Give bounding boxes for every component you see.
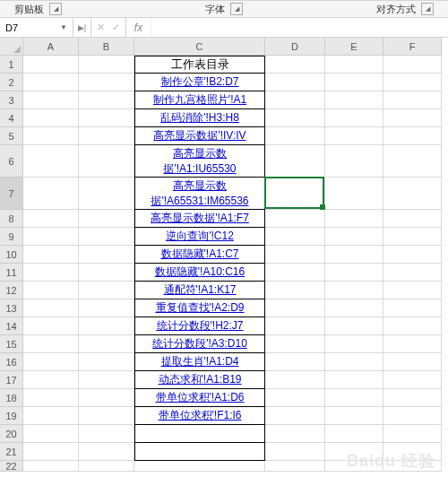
hyperlink-cell[interactable]: 高亮显示数据'!A1:IU65530: [134, 145, 265, 178]
cell[interactable]: [383, 228, 442, 246]
cell[interactable]: [265, 282, 325, 299]
cell[interactable]: [23, 228, 79, 246]
cell[interactable]: [383, 425, 442, 443]
cell[interactable]: [265, 389, 325, 407]
column-header-B[interactable]: B: [79, 38, 134, 56]
cell[interactable]: [325, 56, 383, 74]
row-header[interactable]: 18: [0, 389, 23, 407]
cell[interactable]: [79, 74, 134, 91]
cell[interactable]: [383, 178, 442, 210]
cell[interactable]: [325, 407, 383, 425]
cell[interactable]: [325, 91, 383, 109]
row-header[interactable]: 4: [0, 109, 23, 127]
hyperlink-cell[interactable]: 重复值查找'!A2:D9: [134, 299, 265, 317]
cell[interactable]: [325, 145, 383, 178]
row-header[interactable]: 3: [0, 91, 23, 109]
cell[interactable]: [383, 145, 442, 178]
cell[interactable]: [325, 178, 383, 210]
cell[interactable]: [265, 299, 325, 317]
cell[interactable]: [383, 74, 442, 91]
row-header[interactable]: 13: [0, 299, 23, 317]
column-header-F[interactable]: F: [383, 38, 442, 56]
cell[interactable]: [383, 389, 442, 407]
column-header-D[interactable]: D: [265, 38, 325, 56]
hyperlink-cell[interactable]: 统计分数段'!A3:D10: [134, 335, 265, 353]
cell[interactable]: [79, 425, 134, 443]
cell[interactable]: [325, 109, 383, 127]
cell[interactable]: [23, 299, 79, 317]
row-header[interactable]: 15: [0, 335, 23, 353]
select-all-corner[interactable]: [0, 38, 23, 56]
cell[interactable]: [79, 210, 134, 228]
name-box[interactable]: D7 ▼: [0, 18, 73, 37]
cell[interactable]: [79, 228, 134, 246]
cell[interactable]: [265, 425, 325, 443]
hyperlink-cell[interactable]: 高亮显示数据'!A1:F7: [134, 210, 265, 228]
cell[interactable]: [79, 335, 134, 353]
cell[interactable]: [325, 264, 383, 282]
hyperlink-cell[interactable]: 制作九宫格照片'!A1: [134, 91, 265, 109]
cell[interactable]: [265, 353, 325, 371]
hyperlink-cell[interactable]: 统计分数段'!H2:J7: [134, 317, 265, 335]
column-header-C[interactable]: C: [134, 38, 265, 56]
cell[interactable]: [79, 371, 134, 389]
cell[interactable]: [383, 109, 442, 127]
cell[interactable]: [383, 461, 442, 472]
cell[interactable]: [325, 371, 383, 389]
cell[interactable]: [79, 282, 134, 299]
cell[interactable]: [23, 371, 79, 389]
cell[interactable]: [325, 127, 383, 145]
cell[interactable]: [325, 210, 383, 228]
cell[interactable]: [134, 443, 265, 461]
cell[interactable]: [325, 461, 383, 472]
cancel-icon[interactable]: ✕: [97, 22, 105, 33]
font-launcher-icon[interactable]: [230, 3, 243, 15]
cell[interactable]: [383, 246, 442, 264]
cell[interactable]: [79, 178, 134, 210]
row-header[interactable]: 19: [0, 407, 23, 425]
cell[interactable]: [79, 56, 134, 74]
cell[interactable]: [23, 461, 79, 472]
cell[interactable]: [265, 145, 325, 178]
cell[interactable]: [265, 178, 325, 210]
row-header[interactable]: 11: [0, 264, 23, 282]
cell[interactable]: [265, 335, 325, 353]
cell[interactable]: [265, 443, 325, 461]
hyperlink-cell[interactable]: 乱码消除'!H3:H8: [134, 109, 265, 127]
row-header[interactable]: 1: [0, 56, 23, 74]
cell[interactable]: [134, 461, 265, 472]
cell[interactable]: [79, 91, 134, 109]
cells-area[interactable]: 工作表目录制作公章'!B2:D7制作九宫格照片'!A1乱码消除'!H3:H8高亮…: [23, 56, 442, 472]
cell[interactable]: [383, 127, 442, 145]
cell[interactable]: [383, 371, 442, 389]
cell[interactable]: [79, 264, 134, 282]
hyperlink-cell[interactable]: 提取生肖'!A1:D4: [134, 353, 265, 371]
row-header[interactable]: 7: [0, 178, 23, 210]
cell[interactable]: [265, 371, 325, 389]
cell[interactable]: [23, 91, 79, 109]
cell[interactable]: [23, 56, 79, 74]
cell[interactable]: [79, 389, 134, 407]
cell[interactable]: [79, 145, 134, 178]
cell[interactable]: [325, 282, 383, 299]
cell[interactable]: [325, 299, 383, 317]
cell[interactable]: [383, 317, 442, 335]
cell[interactable]: [79, 246, 134, 264]
cell[interactable]: [325, 425, 383, 443]
row-header[interactable]: 16: [0, 353, 23, 371]
cell[interactable]: [79, 407, 134, 425]
cell[interactable]: [383, 299, 442, 317]
align-launcher-icon[interactable]: [421, 3, 434, 15]
column-header-E[interactable]: E: [325, 38, 383, 56]
cell[interactable]: [325, 74, 383, 91]
cell[interactable]: [265, 210, 325, 228]
column-header-A[interactable]: A: [23, 38, 79, 56]
expand-toggle-icon[interactable]: ▶|: [73, 18, 91, 37]
cell[interactable]: [325, 389, 383, 407]
cell[interactable]: [265, 127, 325, 145]
cell[interactable]: [23, 246, 79, 264]
cell[interactable]: [383, 210, 442, 228]
cell[interactable]: [79, 317, 134, 335]
cell[interactable]: [265, 317, 325, 335]
row-header[interactable]: 20: [0, 425, 23, 443]
